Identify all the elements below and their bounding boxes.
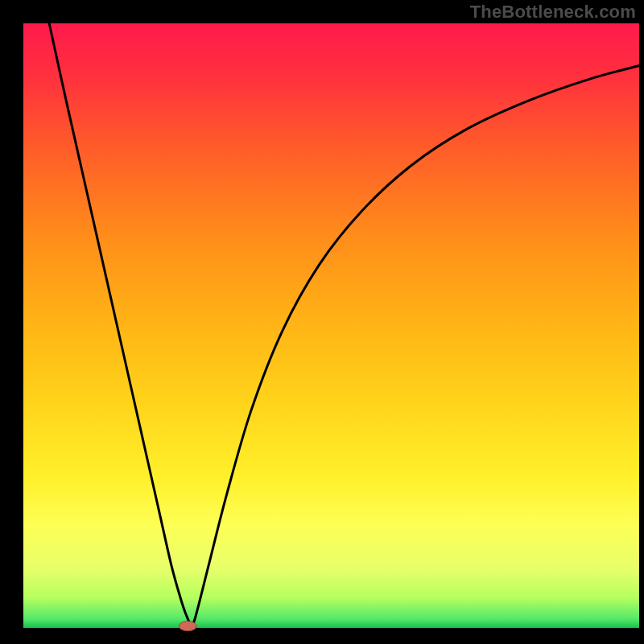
optimal-point-marker [179, 621, 196, 631]
bottleneck-chart [0, 0, 644, 644]
chart-frame: TheBottleneck.com [0, 0, 644, 644]
watermark-text: TheBottleneck.com [470, 2, 636, 23]
plot-background [23, 23, 639, 628]
